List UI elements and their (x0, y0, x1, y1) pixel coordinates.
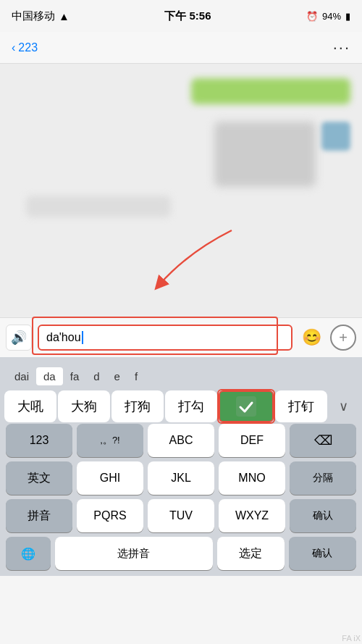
key-def[interactable]: DEF (219, 424, 285, 457)
key-jkl[interactable]: JKL (148, 461, 214, 495)
nav-bar: ‹ 223 ··· (0, 32, 362, 64)
key-mno[interactable]: MNO (219, 461, 285, 495)
key-row-1: 123 ,。?! ABC DEF ⌫ (3, 424, 359, 457)
key-abc[interactable]: ABC (148, 424, 214, 457)
key-pinyin[interactable]: 拼音 (6, 499, 72, 532)
candidate-大吼[interactable]: 大吼 (4, 390, 56, 422)
svg-rect-1 (236, 396, 256, 417)
candidate-打钉[interactable]: 打钉 (275, 390, 327, 422)
received-bubble (26, 196, 171, 217)
voice-icon: 🔊 (11, 330, 27, 346)
pinyin-item-da[interactable]: da (36, 367, 63, 385)
candidate-打狗[interactable]: 打狗 (111, 390, 164, 422)
status-left: 中国移动 ▲ (12, 9, 70, 23)
add-icon: + (339, 330, 348, 346)
emoji-icon: 😊 (302, 328, 321, 347)
key-123[interactable]: 123 (6, 424, 72, 457)
key-row-2: 英文 GHI JKL MNO 分隔 (3, 461, 359, 495)
bottom-row: 🌐 选拼音 选定 确认 (3, 537, 359, 570)
candidate-打勾[interactable]: 打勾 (165, 390, 217, 422)
status-bar: 中国移动 ▲ 下午 5:56 ⏰ 94% ▮ (0, 0, 362, 32)
expand-candidates-button[interactable]: ∨ (329, 390, 358, 422)
emoji-button[interactable]: 😊 (298, 325, 324, 351)
key-globe[interactable]: 🌐 (6, 537, 51, 570)
avatar-right (321, 122, 350, 151)
pinyin-item-f[interactable]: f (127, 367, 145, 385)
back-count-label: 223 (18, 41, 38, 54)
key-separator[interactable]: 分隔 (290, 461, 356, 495)
watermark: FA iX (342, 634, 361, 643)
message-row-received (12, 196, 350, 217)
input-bar: 🔊 da'hou 😊 + (0, 317, 362, 357)
add-button[interactable]: + (330, 325, 356, 351)
key-return[interactable]: 确认 (290, 499, 356, 532)
back-button[interactable]: ‹ 223 (12, 41, 38, 54)
pinyin-item-dai[interactable]: dai (7, 367, 36, 385)
globe-icon: 🌐 (21, 547, 35, 561)
candidate-checkmark[interactable] (219, 390, 274, 422)
key-wxyz[interactable]: WXYZ (219, 499, 285, 532)
back-chevron-icon: ‹ (12, 41, 15, 54)
message-row-image (12, 122, 350, 187)
candidate-row: 大吼 大狗 打狗 打勾 打钉 ∨ (3, 389, 359, 424)
more-button[interactable]: ··· (333, 38, 350, 57)
wifi-icon: ▲ (59, 10, 70, 22)
status-right: ⏰ 94% ▮ (306, 11, 350, 22)
keyboard: dai da fa d e f 大吼 大狗 打狗 打勾 打钉 ∨ 123 ,。?… (0, 357, 362, 576)
pinyin-item-fa[interactable]: fa (63, 367, 87, 385)
text-cursor (82, 331, 83, 344)
text-input-field[interactable]: da'hou (38, 325, 292, 351)
carrier-label: 中国移动 (12, 9, 55, 23)
key-english[interactable]: 英文 (6, 461, 72, 495)
time-label: 下午 5:56 (164, 9, 211, 23)
pinyin-row: dai da fa d e f (3, 363, 359, 389)
key-select-pinyin[interactable]: 选拼音 (55, 537, 212, 570)
key-confirm[interactable]: 确认 (289, 537, 356, 570)
key-select[interactable]: 选定 (217, 537, 285, 570)
red-arrow (130, 223, 246, 296)
battery-label: 94% (322, 11, 341, 22)
key-punctuation[interactable]: ,。?! (77, 424, 143, 457)
checkmark-icon (236, 396, 256, 417)
key-tuv[interactable]: TUV (148, 499, 214, 532)
key-row-3: 拼音 PQRS TUV WXYZ 确认 (3, 499, 359, 532)
sent-bubble (191, 78, 350, 104)
key-delete[interactable]: ⌫ (290, 424, 356, 457)
key-ghi[interactable]: GHI (77, 461, 143, 495)
battery-icon: ▮ (345, 11, 350, 22)
voice-button[interactable]: 🔊 (6, 325, 32, 351)
pinyin-item-e[interactable]: e (107, 367, 127, 385)
key-pqrs[interactable]: PQRS (77, 499, 143, 532)
image-bubble (214, 122, 316, 187)
message-row-sent (12, 78, 350, 113)
chat-area (0, 64, 362, 317)
alarm-icon: ⏰ (306, 11, 318, 22)
input-text: da'hou (46, 331, 81, 344)
candidate-大狗[interactable]: 大狗 (58, 390, 110, 422)
pinyin-item-d[interactable]: d (86, 367, 106, 385)
